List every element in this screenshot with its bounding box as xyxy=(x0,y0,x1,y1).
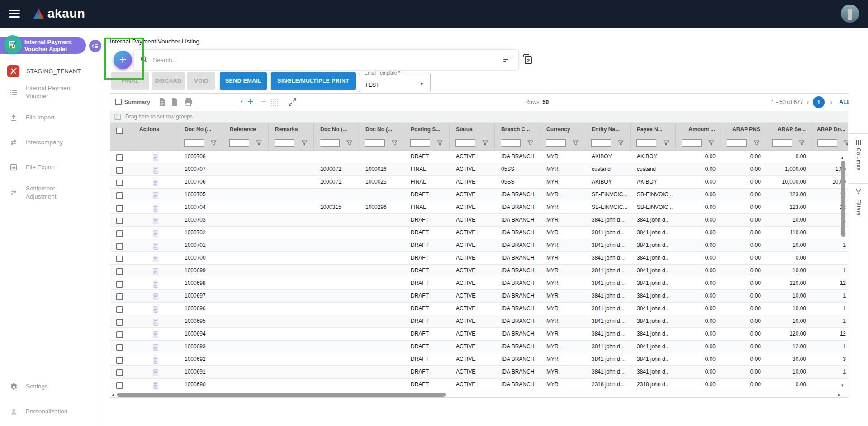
row-checkbox[interactable] xyxy=(116,256,123,262)
document-icon[interactable] xyxy=(153,306,158,313)
funnel-icon[interactable] xyxy=(392,140,398,146)
row-checkbox[interactable] xyxy=(116,154,123,161)
row-checkbox[interactable] xyxy=(116,205,123,212)
funnel-icon[interactable] xyxy=(256,140,262,146)
grid-header-cell[interactable]: Doc No (... xyxy=(178,123,223,136)
horizontal-scroll-thumb[interactable] xyxy=(117,393,446,397)
column-filter-input[interactable] xyxy=(682,139,702,147)
column-filter-input[interactable] xyxy=(546,139,566,147)
funnel-icon[interactable] xyxy=(618,140,624,146)
column-filter-input[interactable] xyxy=(320,139,340,147)
column-filter-input[interactable] xyxy=(410,139,430,147)
row-checkbox[interactable] xyxy=(116,344,123,351)
row-checkbox[interactable] xyxy=(116,180,123,186)
column-filter-input[interactable] xyxy=(455,139,475,147)
row-checkbox[interactable] xyxy=(116,331,123,338)
select-all-checkbox[interactable] xyxy=(116,128,123,134)
void-button[interactable]: VOID xyxy=(187,72,215,90)
row-checkbox[interactable] xyxy=(116,268,123,275)
grid-header-cell[interactable]: Entity Na... xyxy=(585,123,631,136)
document-icon[interactable] xyxy=(153,154,158,161)
table-row[interactable]: 100070710000721000026FINALACTIVE05SSMYRc… xyxy=(110,163,848,176)
row-checkbox[interactable] xyxy=(116,218,123,224)
column-filter-input[interactable] xyxy=(184,139,204,147)
document-icon[interactable] xyxy=(153,357,158,364)
row-checkbox[interactable] xyxy=(116,369,123,376)
column-filter-input[interactable] xyxy=(817,139,837,147)
sidebar-item-personalization[interactable]: Personalization xyxy=(0,405,98,418)
sidebar-item-settlement-adjustment[interactable]: Settlement Adjustment xyxy=(0,185,98,201)
table-row[interactable]: 1000696DRAFTACTIVEIDA BRANCHMYR3841 john… xyxy=(110,303,848,315)
page-size-select[interactable] xyxy=(199,106,239,106)
page-indicator[interactable]: 1 xyxy=(813,96,825,108)
column-filter-input[interactable] xyxy=(591,139,611,147)
user-avatar[interactable] xyxy=(841,5,859,23)
summary-checkbox[interactable] xyxy=(115,99,122,105)
horizontal-scrollbar[interactable]: ◂ ▸ xyxy=(110,392,848,397)
grid-header-cell[interactable]: ARAP Se... xyxy=(766,123,811,136)
row-checkbox[interactable] xyxy=(116,243,123,250)
table-row[interactable]: 1000697DRAFTACTIVEIDA BRANCHMYR3841 john… xyxy=(110,290,848,303)
filters-tab[interactable]: Filters xyxy=(849,183,868,224)
column-filter-input[interactable] xyxy=(727,139,747,147)
document-icon[interactable] xyxy=(153,344,158,351)
email-template-select[interactable]: Email Template * TEST ▼ xyxy=(359,70,431,92)
columns-tab[interactable]: Columns xyxy=(849,133,868,183)
grid-header-cell[interactable]: ARAP Do... xyxy=(811,123,848,136)
funnel-icon[interactable] xyxy=(708,140,714,146)
row-checkbox[interactable] xyxy=(116,357,123,364)
tenant-row[interactable]: STAGING_TENANT xyxy=(0,64,98,79)
grid-header-cell[interactable]: Currency xyxy=(540,123,585,136)
scroll-down-icon[interactable]: ▾ xyxy=(841,383,844,388)
document-icon[interactable] xyxy=(153,218,158,224)
grid-header-cell[interactable]: Doc No (... xyxy=(314,123,359,136)
select-caret-icon[interactable]: ▾ xyxy=(241,99,243,104)
grid-header-cell[interactable]: Status xyxy=(450,123,495,136)
grid-header-cell[interactable]: Actions xyxy=(133,123,178,136)
funnel-icon[interactable] xyxy=(754,140,759,146)
discard-button[interactable]: DISCARD xyxy=(152,72,185,90)
funnel-icon[interactable] xyxy=(482,140,488,146)
table-row[interactable]: 1000698DRAFTACTIVEIDA BRANCHMYR3841 john… xyxy=(110,277,848,290)
grid-header-cell[interactable]: Branch C... xyxy=(495,123,540,136)
table-row[interactable]: 1000693DRAFTACTIVEIDA BRANCHMYR3841 john… xyxy=(110,341,848,353)
document-icon[interactable] xyxy=(153,205,158,212)
funnel-icon[interactable] xyxy=(663,140,669,146)
document-icon[interactable] xyxy=(153,281,158,288)
document-icon[interactable] xyxy=(153,382,158,389)
document-icon[interactable] xyxy=(153,293,158,300)
table-row[interactable]: 1000701DRAFTACTIVEIDA BRANCHMYR3841 john… xyxy=(110,239,848,252)
row-checkbox[interactable] xyxy=(116,230,123,237)
sidebar-item-file-export[interactable]: File Export xyxy=(0,161,98,174)
table-row[interactable]: 1000691DRAFTACTIVEIDA BRANCHMYR3841 john… xyxy=(110,366,848,379)
table-row[interactable]: 100070610000711000025FINALACTIVE05SSMYRA… xyxy=(110,176,848,189)
table-row[interactable]: 1000705DRAFTACTIVEIDA BRANCHMYRSB-EINVOI… xyxy=(110,189,848,201)
row-checkbox[interactable] xyxy=(116,306,123,313)
grid-header-cell[interactable]: Reference xyxy=(223,123,269,136)
sidebar-item-intercompany[interactable]: Intercompany xyxy=(0,136,98,149)
document-icon[interactable] xyxy=(153,167,158,174)
grid-header-cell[interactable]: Payee N... xyxy=(631,123,676,136)
export-file-icon[interactable] xyxy=(158,98,166,108)
column-filter-input[interactable] xyxy=(636,139,656,147)
add-icon[interactable]: + xyxy=(247,95,253,108)
sidebar-item-internal-payment-voucher[interactable]: Internal Payment Voucher xyxy=(0,84,98,100)
row-checkbox[interactable] xyxy=(116,382,123,389)
pivot-grid-icon[interactable] xyxy=(270,99,279,109)
chevron-left-icon[interactable]: ‹ xyxy=(806,94,809,111)
grid-header-cell[interactable]: Remarks xyxy=(269,123,314,136)
create-voucher-button[interactable]: + xyxy=(114,51,132,69)
filter-list-icon[interactable] xyxy=(503,57,511,63)
vertical-scroll-thumb[interactable] xyxy=(841,161,845,237)
table-row[interactable]: 1000708DRAFTACTIVEIDA BRANCHMYRAKIBOYAKI… xyxy=(110,151,848,163)
column-filter-input[interactable] xyxy=(501,139,521,147)
table-row[interactable]: 1000694DRAFTACTIVEIDA BRANCHMYR3841 john… xyxy=(110,328,848,341)
document-icon[interactable] xyxy=(153,192,158,199)
remove-icon[interactable]: − xyxy=(260,95,266,108)
funnel-icon[interactable] xyxy=(573,140,579,146)
copy-file-icon[interactable] xyxy=(171,98,179,108)
funnel-icon[interactable] xyxy=(211,140,217,146)
sidebar-item-file-import[interactable]: File Import xyxy=(0,111,98,124)
sidebar-item-settings[interactable]: Settings xyxy=(0,380,98,393)
funnel-icon[interactable] xyxy=(437,140,443,146)
